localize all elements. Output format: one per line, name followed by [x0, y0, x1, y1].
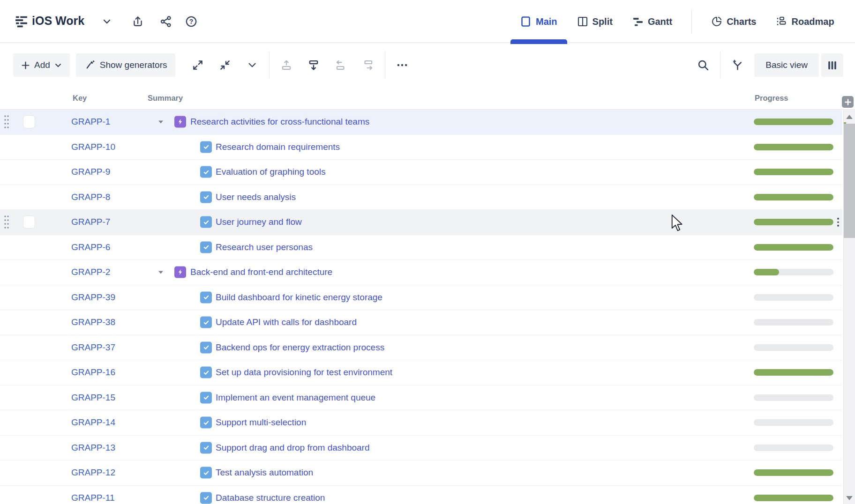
drag-handle-icon[interactable]	[4, 114, 9, 130]
issue-key[interactable]: GRAPP-39	[71, 292, 115, 303]
issue-summary[interactable]: Research user personas	[216, 242, 313, 252]
table-row[interactable]: GRAPP-38 Update API with calls for dashb…	[0, 310, 842, 335]
issue-summary[interactable]: Update API with calls for dashboard	[216, 317, 357, 327]
table-row[interactable]: GRAPP-13 Support drag and drop from dash…	[0, 436, 842, 461]
columns-icon[interactable]	[821, 53, 843, 77]
toolbar-divider	[385, 52, 385, 79]
collapse-chevron-icon[interactable]	[158, 270, 164, 274]
issue-key[interactable]: GRAPP-14	[71, 417, 115, 428]
issue-summary[interactable]: Evaluation of graphing tools	[216, 167, 326, 177]
column-header-summary[interactable]: Summary	[148, 94, 183, 103]
collapse-all-icon[interactable]	[218, 59, 232, 72]
tab-charts[interactable]: Charts	[701, 0, 766, 43]
issue-key[interactable]: GRAPP-38	[71, 317, 115, 327]
table-row[interactable]: GRAPP-15 Implement an event management q…	[0, 385, 842, 411]
issue-summary[interactable]: Back-end and front-end architecture	[190, 267, 332, 277]
issue-key[interactable]: GRAPP-11	[71, 493, 115, 503]
issue-summary[interactable]: Support multi-selection	[216, 417, 306, 428]
task-icon	[200, 216, 212, 228]
top-bar: iOS Work ? Main Split	[0, 0, 855, 43]
issue-key[interactable]: GRAPP-2	[71, 267, 110, 277]
issue-key[interactable]: GRAPP-8	[71, 192, 110, 202]
issue-summary[interactable]: User journey and flow	[216, 217, 302, 227]
column-header-progress[interactable]: Progress	[755, 94, 788, 103]
issue-key[interactable]: GRAPP-15	[71, 393, 115, 403]
export-icon[interactable]	[131, 15, 144, 28]
progress-bar	[754, 469, 833, 476]
table-row[interactable]: GRAPP-37 Backend ops for energy extracti…	[0, 335, 842, 361]
table-row[interactable]: GRAPP-9 Evaluation of graphing tools	[0, 160, 842, 185]
issue-summary[interactable]: Database structure creation	[216, 493, 325, 503]
table-row[interactable]: GRAPP-2 Back-end and front-end architect…	[0, 260, 842, 285]
table-row[interactable]: GRAPP-39 Build dashboard for kinetic ene…	[0, 285, 842, 311]
tab-main[interactable]: Main	[510, 0, 567, 43]
issue-key[interactable]: GRAPP-16	[71, 367, 115, 378]
row-checkbox[interactable]	[23, 115, 35, 128]
show-generators-button[interactable]: Show generators	[76, 53, 176, 77]
drag-handle-icon[interactable]	[4, 214, 9, 230]
issue-summary[interactable]: Build dashboard for kinetic energy stora…	[216, 292, 382, 303]
tab-divider	[691, 9, 692, 34]
structure-title[interactable]: iOS Work	[32, 14, 84, 28]
chevron-down-icon[interactable]	[246, 59, 259, 72]
insert-above-icon[interactable]	[280, 59, 293, 72]
issue-summary[interactable]: Test analysis automation	[216, 467, 313, 478]
table-row[interactable]: GRAPP-11 Database structure creation	[0, 486, 842, 504]
task-icon	[200, 392, 212, 403]
table-row[interactable]: GRAPP-14 Support multi-selection	[0, 410, 842, 436]
issue-key[interactable]: GRAPP-9	[71, 167, 110, 177]
table-row[interactable]: GRAPP-7 User journey and flow	[0, 210, 842, 235]
share-icon[interactable]	[159, 15, 172, 28]
issue-summary[interactable]: Support drag and drop from dashboard	[216, 443, 370, 453]
progress-fill	[754, 469, 833, 476]
row-checkbox[interactable]	[23, 215, 35, 229]
issue-key[interactable]: GRAPP-10	[71, 142, 115, 152]
add-button[interactable]: Add	[13, 53, 70, 77]
collapse-chevron-icon[interactable]	[158, 119, 164, 124]
chevron-down-icon[interactable]	[103, 19, 111, 24]
scroll-down-arrow[interactable]	[846, 496, 853, 500]
table-row[interactable]: GRAPP-6 Research user personas	[0, 235, 842, 260]
issue-summary[interactable]: Research activities for cross-functional…	[190, 117, 369, 127]
issue-key[interactable]: GRAPP-6	[71, 242, 110, 252]
help-icon[interactable]: ?	[185, 15, 198, 28]
expand-all-icon[interactable]	[191, 59, 204, 72]
view-selector-button[interactable]: Basic view	[754, 53, 819, 77]
issue-key[interactable]: GRAPP-7	[71, 217, 110, 227]
scroll-up-arrow[interactable]	[846, 115, 853, 119]
row-menu-icon[interactable]	[837, 218, 839, 227]
progress-bar	[754, 119, 833, 125]
progress-bar	[754, 144, 833, 150]
issue-key[interactable]: GRAPP-13	[71, 443, 115, 453]
insert-below-icon[interactable]	[307, 59, 320, 72]
progress-fill	[754, 194, 833, 200]
issue-summary[interactable]: Set up data provisioning for test enviro…	[216, 367, 392, 378]
issue-key[interactable]: GRAPP-12	[71, 467, 115, 478]
add-column-button[interactable]	[842, 96, 854, 108]
outdent-icon[interactable]	[334, 59, 347, 72]
indent-icon[interactable]	[361, 59, 375, 72]
issue-summary[interactable]: Backend ops for energy extraction proces…	[216, 342, 384, 353]
issue-summary[interactable]: Research domain requirements	[216, 142, 340, 152]
vertical-scrollbar[interactable]	[843, 110, 855, 504]
tab-gantt[interactable]: Gantt	[622, 0, 682, 43]
more-actions-icon[interactable]	[396, 59, 409, 72]
roadmap-icon	[776, 16, 787, 27]
scrollbar-thumb[interactable]	[844, 124, 855, 238]
progress-bar	[754, 244, 833, 251]
issue-summary[interactable]: User needs analysis	[216, 192, 296, 202]
table-row[interactable]: GRAPP-12 Test analysis automation	[0, 460, 842, 486]
column-header-key[interactable]: Key	[73, 94, 87, 103]
toolbar-divider	[720, 52, 720, 79]
issue-summary[interactable]: Implement an event management queue	[216, 393, 375, 403]
table-row[interactable]: GRAPP-16 Set up data provisioning for te…	[0, 360, 842, 385]
search-icon[interactable]	[697, 59, 710, 72]
table-row[interactable]: GRAPP-1 Research activities for cross-fu…	[0, 110, 842, 135]
issue-key[interactable]: GRAPP-1	[71, 117, 110, 127]
issue-key[interactable]: GRAPP-37	[71, 342, 115, 353]
tab-roadmap[interactable]: Roadmap	[766, 0, 844, 43]
table-row[interactable]: GRAPP-10 Research domain requirements	[0, 135, 842, 160]
tab-split[interactable]: Split	[567, 0, 622, 43]
table-row[interactable]: GRAPP-8 User needs analysis	[0, 185, 842, 210]
smart-filter-icon[interactable]	[731, 59, 744, 72]
